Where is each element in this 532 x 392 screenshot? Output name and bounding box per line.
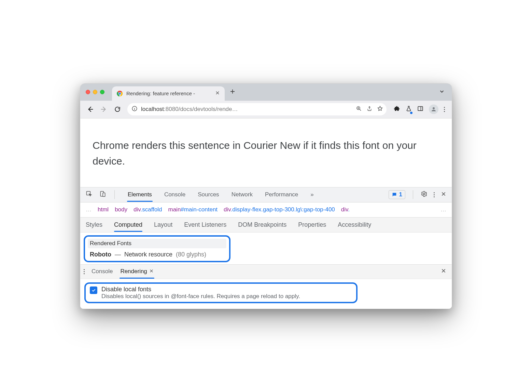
devtools-tab-performance[interactable]: Performance — [264, 188, 299, 201]
tab-title: Rendering: feature reference - — [126, 90, 212, 96]
window-controls — [86, 90, 104, 94]
bookmark-star-icon[interactable] — [377, 106, 383, 113]
svg-point-6 — [433, 107, 435, 109]
chrome-menu-button[interactable] — [444, 107, 445, 112]
browser-window: Rendering: feature reference - — [80, 83, 452, 309]
drawer-tab-console[interactable]: Console — [91, 265, 113, 278]
page-content: Chrome renders this sentence in Courier … — [80, 118, 452, 187]
close-tab-button[interactable] — [215, 90, 220, 96]
crumb-main[interactable]: main#main-content — [168, 206, 218, 213]
minimize-window-button[interactable] — [93, 90, 97, 94]
subtab-properties[interactable]: Properties — [298, 218, 326, 232]
maximize-window-button[interactable] — [100, 90, 104, 94]
tabs-dropdown-button[interactable] — [439, 88, 445, 96]
favicon-chrome-icon — [117, 90, 123, 97]
new-tab-button[interactable] — [229, 88, 236, 96]
rendering-drawer: Disable local fonts Disables local() sou… — [80, 279, 452, 309]
svg-point-10 — [423, 193, 425, 195]
font-family: Roboto — [90, 251, 111, 258]
zoom-icon[interactable] — [356, 106, 362, 113]
subtab-styles[interactable]: Styles — [86, 218, 102, 232]
forward-button[interactable] — [98, 103, 110, 115]
reload-button[interactable] — [112, 103, 123, 115]
url-text: localhost:8080/docs/devtools/rende… — [141, 106, 352, 113]
elements-subtabs: Styles Computed Layout Event Listeners D… — [80, 217, 452, 232]
font-glyphs: (80 glyphs) — [176, 251, 206, 258]
extensions-puzzle-icon[interactable] — [393, 105, 400, 113]
devtools-tab-elements[interactable]: Elements — [127, 188, 153, 201]
crumb-body[interactable]: body — [115, 206, 127, 213]
devtools-tab-network[interactable]: Network — [231, 188, 253, 201]
devtools-main-tabs: Elements Console Sources Network Perform… — [80, 187, 452, 202]
devtools-tab-console[interactable]: Console — [164, 188, 186, 201]
svg-point-2 — [119, 92, 121, 94]
close-window-button[interactable] — [86, 90, 90, 94]
rendered-font-row: Roboto — Network resource (80 glyphs) — [88, 248, 226, 258]
subtab-accessibility[interactable]: Accessibility — [338, 218, 371, 232]
drawer-tab-rendering[interactable]: Rendering — [120, 265, 154, 278]
side-panel-icon[interactable] — [417, 106, 423, 113]
crumb-div-scaffold[interactable]: div.scaffold — [134, 206, 162, 213]
crumb-div-flex[interactable]: div.display-flex.gap-top-300.lg\:gap-top… — [224, 206, 335, 213]
back-button[interactable] — [84, 103, 96, 115]
crumb-div[interactable]: div. — [341, 206, 350, 213]
subtab-dom-breakpoints[interactable]: DOM Breakpoints — [238, 218, 286, 232]
devtools-settings-icon[interactable] — [421, 191, 428, 199]
subtab-computed[interactable]: Computed — [114, 218, 142, 232]
issues-badge[interactable]: 1 — [389, 190, 405, 199]
devtools-close-button[interactable] — [441, 191, 446, 198]
crumb-html[interactable]: html — [98, 206, 109, 213]
share-icon[interactable] — [367, 106, 372, 113]
disable-local-fonts-option: Disable local fonts Disables local() sou… — [84, 282, 358, 303]
rendered-fonts-highlight: Rendered Fonts Roboto — Network resource… — [84, 235, 230, 262]
dom-breadcrumbs[interactable]: … html body div.scaffold main#main-conte… — [80, 202, 452, 217]
drawer-close-button[interactable] — [441, 268, 446, 275]
subtab-event-listeners[interactable]: Event Listeners — [184, 218, 226, 232]
devtools-menu-button[interactable] — [434, 192, 435, 197]
disable-local-fonts-checkbox[interactable] — [90, 286, 97, 294]
devtools-panel: Elements Console Sources Network Perform… — [80, 187, 452, 309]
drawer-tabs: Console Rendering — [80, 264, 452, 279]
close-drawer-tab-icon[interactable] — [149, 268, 154, 275]
rendered-fonts-header: Rendered Fonts — [88, 239, 226, 248]
devtools-tabs-overflow[interactable]: » — [310, 188, 314, 201]
option-description: Disables local() sources in @font-face r… — [101, 293, 300, 300]
toolbar: localhost:8080/docs/devtools/rende… — [80, 101, 452, 118]
sample-sentence: Chrome renders this sentence in Courier … — [93, 138, 439, 169]
browser-tab[interactable]: Rendering: feature reference - — [112, 86, 225, 101]
svg-rect-9 — [103, 193, 105, 196]
rendered-fonts-section: Rendered Fonts Roboto — Network resource… — [80, 232, 452, 264]
devtools-tab-sources[interactable]: Sources — [197, 188, 220, 201]
extension-icons — [393, 104, 445, 114]
profile-avatar[interactable] — [429, 104, 438, 114]
site-info-icon[interactable] — [131, 106, 138, 113]
font-source: Network resource — [124, 251, 172, 258]
inspect-element-icon[interactable] — [86, 191, 93, 199]
svg-rect-5 — [418, 107, 423, 111]
device-toolbar-icon[interactable] — [99, 191, 106, 199]
labs-flask-icon[interactable] — [406, 105, 412, 113]
address-bar[interactable]: localhost:8080/docs/devtools/rende… — [127, 103, 387, 115]
subtab-layout[interactable]: Layout — [154, 218, 172, 232]
tab-strip: Rendering: feature reference - — [80, 84, 452, 101]
drawer-menu-button[interactable] — [84, 269, 85, 274]
option-title: Disable local fonts — [101, 286, 300, 293]
